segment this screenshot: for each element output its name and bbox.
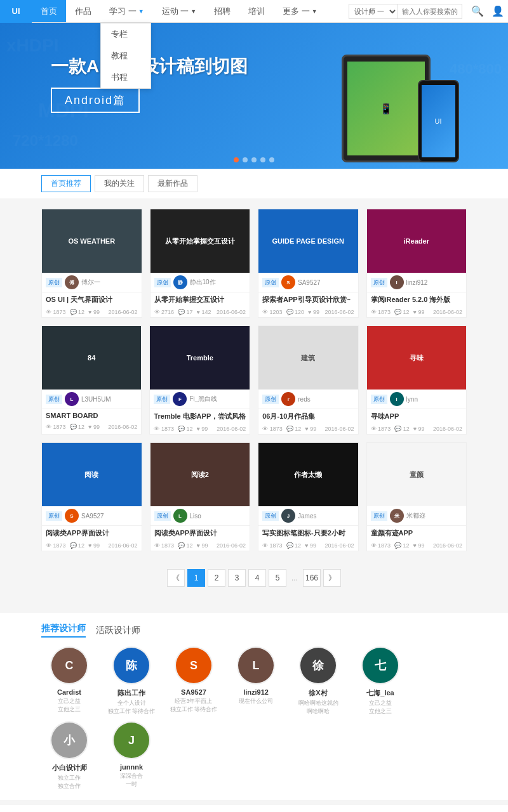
dropdown-shucheng[interactable]: 书程 (101, 67, 150, 88)
nav-jobs[interactable]: 招聘 (205, 0, 239, 22)
page-5[interactable]: 5 (269, 569, 286, 587)
cards-row-1: OS WEATHER 原创 傅 傅尔一 OS UI | 天气界面设计 👁 187… (41, 209, 467, 318)
cards-row-3: 阅读 原创 S SA9527 阅读类APP界面设计 👁 1873 💬 12 ♥ … (41, 442, 467, 551)
comment-count: 💬 12 (286, 542, 302, 549)
comment-count: 💬 12 (70, 542, 85, 549)
designer-card[interactable]: J junnnk 深深合合一时 (104, 721, 159, 790)
author-avatar: F (173, 392, 187, 406)
page-next[interactable]: 》 (323, 569, 341, 587)
tablet-device: 📱 (342, 55, 431, 162)
banner-sub-title: Android篇 (51, 88, 140, 113)
page-3[interactable]: 3 (228, 569, 246, 587)
dot-1[interactable] (234, 157, 239, 162)
comment-count: 💬 17 (178, 309, 193, 315)
nav-works[interactable]: 作品 (66, 0, 100, 22)
page-4[interactable]: 4 (248, 569, 266, 587)
card-image: 84 (42, 326, 141, 390)
designer-card[interactable]: 七 七海_lea 立己之益立他之三 (352, 646, 408, 715)
card-title: 阅读类APP界面设计 (150, 526, 250, 540)
card-image: 阅读2 (150, 443, 250, 506)
tab-recommended[interactable]: 首页推荐 (41, 175, 91, 192)
nav-learn[interactable]: 学习 一 ▼ 专栏 教程 书程 (100, 0, 153, 22)
card-title: 写实图标笔图标-只要2小时 (258, 526, 358, 540)
like-count: ♥ 99 (413, 426, 425, 432)
card-stats: 👁 1873 💬 12 ♥ 99 2016-06-02 (42, 422, 141, 432)
card-stats: 👁 1873 💬 12 ♥ 99 2016-06-02 (258, 424, 358, 434)
designer-name: 小白设计师 (41, 763, 97, 773)
card-title: 寻味APP (367, 409, 466, 424)
page-prev[interactable]: 《 (167, 569, 185, 587)
work-card[interactable]: 寻味 原创 l lynn 寻味APP 👁 1873 💬 12 ♥ 99 2016… (366, 325, 467, 435)
designer-card[interactable]: C Cardist 立己之益立他之三 (41, 646, 97, 715)
tab-active-designers[interactable]: 活跃设计师 (96, 625, 140, 636)
nav-home[interactable]: 首页 (32, 0, 66, 22)
work-card[interactable]: GUIDE PAGE DESIGN 原创 S SA9527 探索者APP引导页设… (258, 209, 359, 318)
designer-avatar: 徐 (299, 646, 337, 684)
search-type-select[interactable]: 设计师 一 (349, 4, 398, 18)
card-tag: 原创 (154, 278, 171, 287)
site-logo[interactable]: UI (0, 0, 32, 23)
designer-desc: 深深合合一时 (104, 772, 159, 788)
work-card[interactable]: 阅读2 原创 L Liso 阅读类APP界面设计 👁 1873 💬 12 ♥ 9… (150, 442, 251, 551)
designer-card[interactable]: L linzi912 现在什么公司 (228, 646, 284, 715)
like-count: ♥ 99 (197, 542, 208, 549)
work-card[interactable]: 阅读 原创 S SA9527 阅读类APP界面设计 👁 1873 💬 12 ♥ … (41, 442, 142, 551)
nav-more[interactable]: 更多 一 ▼ (274, 0, 326, 22)
dropdown-jiaocheng[interactable]: 教程 (101, 45, 150, 67)
user-avatar[interactable]: 👤 (488, 1, 508, 22)
card-meta: 原创 F Fi_黑白线 (150, 390, 250, 409)
page-1[interactable]: 1 (187, 569, 205, 587)
card-date: 2016-06-02 (428, 309, 462, 315)
work-card[interactable]: 童颜 原创 米 米都迩 童颜有迹APP 👁 1873 💬 12 ♥ 99 201… (366, 442, 467, 551)
card-date: 2016-06-02 (320, 542, 354, 549)
tab-following[interactable]: 我的关注 (95, 175, 144, 192)
dot-4[interactable] (260, 157, 265, 162)
nav-training[interactable]: 培训 (239, 0, 274, 22)
card-tag: 原创 (262, 278, 279, 287)
designer-name: SA9527 (166, 688, 222, 696)
work-card[interactable]: 84 原创 L L3UH5UM SMART BOARD 👁 1873 💬 12 … (41, 325, 142, 435)
search-button[interactable]: 🔍 (467, 1, 488, 22)
dot-5[interactable] (269, 157, 274, 162)
designer-avatar-inner: 徐 (300, 648, 336, 683)
author-name: reds (298, 396, 354, 403)
card-stats: 👁 1873 💬 12 ♥ 99 2016-06-02 (42, 540, 142, 551)
author-name: 米都迩 (406, 511, 463, 520)
card-tag: 原创 (154, 511, 171, 521)
card-meta: 原创 L Liso (150, 506, 250, 526)
card-image: 童颜 (367, 443, 467, 506)
more-arrow-icon: ▼ (312, 8, 318, 15)
card-date: 2016-06-02 (211, 426, 246, 432)
designer-desc: 独立工作独立合作 (41, 774, 97, 790)
work-card[interactable]: 从零开始掌握交互设计 原创 静 静出10作 从零开始掌握交互设计 👁 2716 … (150, 209, 251, 318)
search-input[interactable] (398, 4, 462, 18)
work-card[interactable]: 作者太懒 原创 J James 写实图标笔图标-只要2小时 👁 1873 💬 1… (258, 442, 359, 551)
page-last[interactable]: 166 (303, 569, 321, 587)
designer-card[interactable]: S SA9527 经营3年平面上独立工作 等待合作 (166, 646, 222, 715)
like-count: ♥ 142 (197, 309, 211, 315)
card-image: Tremble (150, 326, 250, 390)
nav-activity[interactable]: 运动 一 ▼ (153, 0, 206, 22)
tab-recommended-designers[interactable]: 推荐设计师 (41, 623, 86, 638)
work-card[interactable]: iReader 原创 l linzi912 掌阅iReader 5.2.0 海外… (366, 209, 467, 318)
designer-card[interactable]: 陈 陈出工作 全个人设计独立工作 等待合作 (104, 646, 159, 715)
card-tag: 原创 (46, 278, 62, 287)
card-tag: 原创 (262, 511, 279, 521)
card-image: 寻味 (367, 326, 466, 390)
designer-name: Cardist (41, 688, 97, 696)
comment-count: 💬 12 (70, 424, 85, 430)
designer-card[interactable]: 徐 徐X村 啊哈啊哈这就的啊哈啊哈 (290, 646, 346, 715)
tab-latest[interactable]: 最新作品 (148, 175, 197, 192)
card-title: 探索者APP引导页设计欣赏~ (258, 292, 358, 307)
work-card[interactable]: Tremble 原创 F Fi_黑白线 Tremble 电影APP，尝试风格 👁… (149, 325, 250, 435)
like-count: ♥ 99 (413, 542, 425, 549)
dot-3[interactable] (251, 157, 257, 162)
card-date: 2016-06-02 (104, 309, 138, 315)
author-name: L3UH5UM (81, 396, 137, 403)
page-2[interactable]: 2 (208, 569, 225, 587)
work-card[interactable]: OS WEATHER 原创 傅 傅尔一 OS UI | 天气界面设计 👁 187… (41, 209, 142, 318)
designer-card[interactable]: 小 小白设计师 独立工作独立合作 (41, 721, 97, 790)
dot-2[interactable] (243, 157, 248, 162)
work-card[interactable]: 建筑 原创 r reds 06月-10月作品集 👁 1873 💬 12 ♥ 99… (258, 325, 358, 435)
dropdown-zhuanlan[interactable]: 专栏 (101, 23, 150, 45)
